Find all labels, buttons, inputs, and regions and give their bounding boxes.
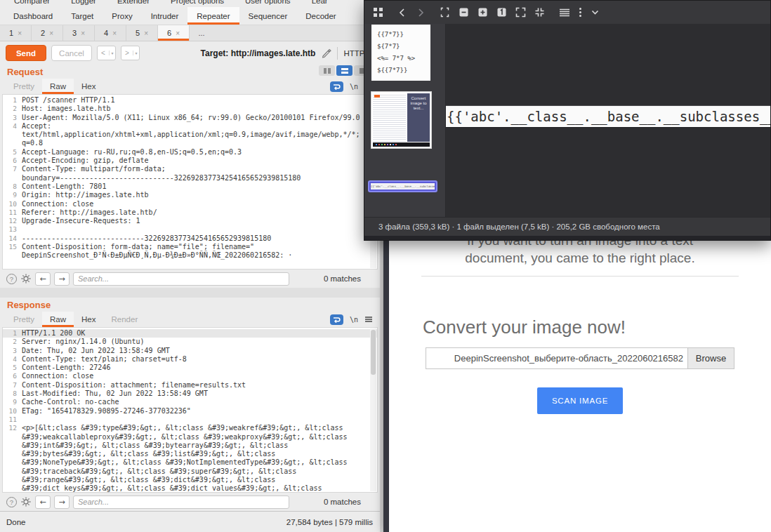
line-number: 2: [3, 105, 17, 113]
line-number: [3, 484, 17, 493]
filemanager-window: {{7*7}}${7*7}<%= 7*7 %>${{7*7}} Converti…: [364, 0, 771, 241]
filemanager-toolbar: [364, 1, 770, 24]
search-prev-button[interactable]: ←: [35, 272, 51, 286]
thumbnail-text-payloads[interactable]: {{7*7}}${7*7}<%= 7*7 %>${{7*7}}: [371, 25, 430, 81]
shrink-icon[interactable]: [534, 7, 545, 18]
tab-target[interactable]: Target: [62, 7, 103, 25]
close-icon[interactable]: ×: [176, 29, 180, 37]
prev-arrow-icon: <: [98, 49, 109, 57]
payload-line: ${{7*7}}: [377, 65, 430, 77]
send-button[interactable]: Send: [6, 45, 46, 61]
chevron-down-icon[interactable]: ▾: [109, 51, 115, 55]
response-tab-hex[interactable]: Hex: [74, 312, 103, 327]
file-input[interactable]: DeepinScreenshot_выберите-область_202206…: [426, 347, 734, 369]
tab-logger[interactable]: Logger: [71, 0, 96, 5]
browse-button[interactable]: Browse: [687, 348, 734, 368]
zoom-fit-icon[interactable]: [440, 7, 450, 18]
wrap-icon[interactable]: [330, 81, 343, 92]
menu-icon[interactable]: [364, 316, 373, 323]
response-scrollbar[interactable]: [370, 328, 376, 491]
chevron-down-icon[interactable]: ▾: [133, 51, 139, 55]
zoom-out-icon[interactable]: [459, 7, 469, 18]
layout-rows-icon[interactable]: [336, 65, 352, 76]
tab-sequencer[interactable]: Sequencer: [239, 7, 297, 25]
repeater-tab-overflow[interactable]: ...: [190, 25, 213, 41]
tab-decoder[interactable]: Decoder: [296, 7, 345, 25]
code-line: 8Last-Modified: Thu, 02 Jun 2022 13:58:4…: [3, 390, 377, 398]
image-preview-area[interactable]: {{'abc'.__class__.__base__.__subclasses_…: [446, 24, 770, 217]
grid-icon[interactable]: [373, 7, 383, 18]
line-text: User-Agent: Mozilla/5.0 (X11; Linux x86_…: [22, 114, 360, 122]
tab-user-options[interactable]: User options: [245, 0, 291, 5]
tab-lear[interactable]: Lear: [312, 0, 328, 5]
layout-columns-icon[interactable]: [319, 65, 335, 76]
request-tab-pretty[interactable]: Pretty: [6, 79, 42, 94]
repeater-tab-2[interactable]: 2×: [32, 25, 63, 41]
response-editor[interactable]: 1HTTP/1.1 200 OK2Server: nginx/1.14.0 (U…: [2, 327, 378, 493]
search-input[interactable]: [73, 496, 289, 509]
search-next-button[interactable]: →: [54, 272, 70, 286]
search-prev-button[interactable]: ←: [35, 496, 51, 509]
repeater-tab-5[interactable]: 5×: [126, 25, 158, 41]
close-icon[interactable]: ×: [18, 29, 22, 37]
search-input[interactable]: [73, 272, 289, 286]
gear-icon[interactable]: [20, 273, 32, 284]
tab-comparer[interactable]: Comparer: [14, 0, 50, 5]
fullscreen-icon[interactable]: [515, 7, 526, 18]
line-number: 11: [3, 208, 17, 217]
list-icon[interactable]: [559, 8, 570, 18]
close-icon[interactable]: ×: [49, 29, 53, 37]
line-number: [3, 251, 17, 260]
response-tab-pretty[interactable]: Pretty: [6, 312, 42, 327]
scan-image-button[interactable]: SCAN IMAGE: [537, 387, 623, 414]
close-icon[interactable]: ×: [81, 29, 85, 37]
scrollbar-thumb[interactable]: [371, 330, 376, 375]
kebab-icon[interactable]: [579, 7, 582, 18]
thumbnail-selected-payload-image[interactable]: {{'abc'.__class__.__base__.__subclasses_…: [368, 180, 437, 192]
zoom-in-icon[interactable]: [477, 7, 488, 18]
line-number: 8: [3, 390, 17, 398]
selected-thumb-text: {{'abc'.__class__.__base__.__subclasses_…: [371, 183, 435, 189]
tab-project-options[interactable]: Project options: [171, 0, 224, 5]
tab-extender[interactable]: Extender: [117, 0, 150, 5]
repeater-tab-1[interactable]: 1×: [0, 25, 32, 41]
search-next-button[interactable]: →: [54, 496, 70, 509]
chevron-down-icon[interactable]: [591, 8, 600, 17]
tab-proxy[interactable]: Proxy: [103, 7, 141, 25]
repeater-tab-label: 1: [9, 29, 13, 37]
tab-dashboard[interactable]: Dashboard: [4, 7, 62, 25]
wrap-icon[interactable]: [330, 314, 343, 325]
newline-icon[interactable]: \n: [350, 316, 358, 324]
response-tab-render[interactable]: Render: [104, 312, 146, 327]
zoom-original-icon[interactable]: [496, 7, 507, 18]
repeater-tab-4[interactable]: 4×: [95, 25, 126, 41]
cancel-button[interactable]: Cancel: [51, 45, 92, 61]
request-editor[interactable]: 1POST /scanner HTTP/1.12Host: images.lat…: [2, 94, 378, 270]
back-icon[interactable]: [397, 8, 407, 18]
request-tab-raw[interactable]: Raw: [42, 79, 74, 94]
request-tab-hex[interactable]: Hex: [74, 79, 103, 94]
newline-icon[interactable]: \n: [350, 83, 358, 91]
thumbnail-screenshot[interactable]: Convertimage totext...: [371, 91, 432, 149]
gear-icon[interactable]: [20, 496, 32, 507]
forward-icon[interactable]: [416, 8, 426, 18]
repeater-tab-6[interactable]: 6×: [158, 25, 190, 41]
panel-divider[interactable]: [0, 288, 380, 298]
pencil-icon[interactable]: [321, 48, 331, 58]
tab-intruder[interactable]: Intruder: [142, 7, 188, 25]
repeater-tab-label: 3: [72, 29, 77, 37]
close-icon[interactable]: ×: [144, 29, 148, 37]
close-icon[interactable]: ×: [112, 29, 117, 37]
tab-repeater[interactable]: Repeater: [187, 7, 239, 25]
line-text: text/html,application/xhtml+xml,applicat…: [22, 131, 360, 139]
line-text: &#39;bytes&#39;&gt;, &lt;class &#39;list…: [22, 450, 275, 458]
mini-burp-pane: [373, 93, 406, 142]
filemanager-body: {{7*7}}${7*7}<%= 7*7 %>${{7*7}} Converti…: [364, 24, 770, 217]
hero-line2: document, you came to the right place.: [389, 249, 771, 267]
response-tab-raw[interactable]: Raw: [42, 312, 74, 327]
history-forward-button[interactable]: > ▾: [121, 46, 140, 60]
help-icon[interactable]: ?: [6, 274, 17, 284]
help-icon[interactable]: ?: [6, 497, 17, 507]
repeater-tab-3[interactable]: 3×: [63, 25, 95, 41]
history-back-button[interactable]: < ▾: [97, 46, 116, 60]
